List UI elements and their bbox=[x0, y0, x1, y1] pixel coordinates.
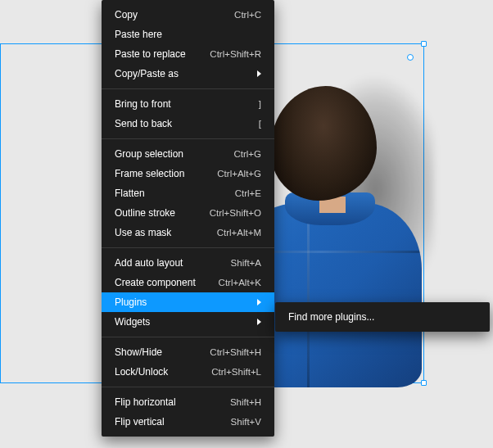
menu-item-shortcut: Ctrl+Alt+M bbox=[217, 228, 261, 238]
menu-item-shortcut: Ctrl+Shift+O bbox=[210, 208, 261, 218]
plugins-submenu: Find more plugins... bbox=[275, 302, 490, 332]
menu-item-label: Copy bbox=[115, 9, 138, 20]
menu-item-bring-to-front[interactable]: Bring to front] bbox=[102, 94, 274, 114]
menu-item-label: Paste to replace bbox=[115, 48, 186, 60]
menu-item-label: Add auto layout bbox=[115, 257, 183, 269]
context-menu: CopyCtrl+CPaste herePaste to replaceCtrl… bbox=[102, 0, 274, 437]
menu-item-label: Flip horizontal bbox=[115, 396, 176, 408]
menu-item-label: Group selection bbox=[115, 148, 183, 160]
resize-handle-bottom-right[interactable] bbox=[421, 380, 427, 386]
rotate-handle-top-right[interactable] bbox=[407, 54, 414, 61]
submenu-arrow-icon bbox=[257, 70, 261, 77]
menu-item-copy[interactable]: CopyCtrl+C bbox=[102, 5, 274, 25]
menu-item-shortcut: Ctrl+G bbox=[233, 149, 261, 159]
menu-item-label: Show/Hide bbox=[115, 346, 162, 358]
submenu-item-find-more-plugins[interactable]: Find more plugins... bbox=[275, 307, 490, 327]
submenu-arrow-icon bbox=[257, 299, 261, 305]
menu-item-label: Widgets bbox=[115, 316, 150, 328]
menu-item-paste-to-replace[interactable]: Paste to replaceCtrl+Shift+R bbox=[102, 44, 274, 64]
menu-item-shortcut: Shift+A bbox=[231, 258, 261, 268]
menu-item-shortcut: Ctrl+Shift+H bbox=[210, 347, 261, 357]
menu-item-label: Flip vertical bbox=[115, 416, 165, 428]
menu-item-show-hide[interactable]: Show/HideCtrl+Shift+H bbox=[102, 342, 274, 362]
menu-item-label: Bring to front bbox=[115, 98, 171, 110]
menu-item-widgets[interactable]: Widgets bbox=[102, 312, 274, 332]
menu-separator bbox=[102, 138, 274, 139]
menu-item-label: Plugins bbox=[115, 296, 147, 308]
menu-item-shortcut: Ctrl+E bbox=[235, 188, 261, 198]
menu-item-shortcut: Shift+H bbox=[230, 397, 261, 407]
menu-item-label: Outline stroke bbox=[115, 207, 175, 219]
menu-item-send-to-back[interactable]: Send to back[ bbox=[102, 114, 274, 133]
menu-item-shortcut: [ bbox=[259, 119, 261, 129]
menu-item-flip-vertical[interactable]: Flip verticalShift+V bbox=[102, 412, 274, 432]
menu-item-shortcut: Ctrl+Shift+L bbox=[211, 367, 261, 377]
menu-item-label: Copy/Paste as bbox=[115, 68, 179, 79]
menu-item-label: Use as mask bbox=[115, 227, 171, 238]
submenu-item-label: Find more plugins... bbox=[288, 311, 374, 323]
menu-item-shortcut: Ctrl+C bbox=[234, 10, 261, 20]
menu-item-lock-unlock[interactable]: Lock/UnlockCtrl+Shift+L bbox=[102, 362, 274, 382]
menu-separator bbox=[102, 337, 274, 337]
menu-item-use-as-mask[interactable]: Use as maskCtrl+Alt+M bbox=[102, 223, 274, 242]
menu-item-group-selection[interactable]: Group selectionCtrl+G bbox=[102, 144, 274, 164]
menu-item-paste-here[interactable]: Paste here bbox=[102, 25, 274, 44]
menu-item-shortcut: Ctrl+Alt+G bbox=[217, 169, 261, 179]
menu-item-label: Paste here bbox=[115, 29, 162, 40]
menu-item-shortcut: Shift+V bbox=[231, 417, 261, 427]
menu-item-plugins[interactable]: Plugins bbox=[102, 292, 274, 312]
menu-item-flip-horizontal[interactable]: Flip horizontalShift+H bbox=[102, 392, 274, 412]
menu-item-label: Frame selection bbox=[115, 168, 184, 179]
submenu-arrow-icon bbox=[257, 319, 261, 325]
menu-item-label: Send to back bbox=[115, 118, 172, 129]
menu-item-shortcut: Ctrl+Shift+R bbox=[210, 49, 261, 59]
menu-item-flatten[interactable]: FlattenCtrl+E bbox=[102, 183, 274, 203]
menu-item-label: Flatten bbox=[115, 188, 145, 199]
menu-item-label: Create component bbox=[115, 277, 196, 288]
menu-item-create-component[interactable]: Create componentCtrl+Alt+K bbox=[102, 273, 274, 292]
menu-item-shortcut: ] bbox=[259, 99, 261, 109]
menu-item-label: Lock/Unlock bbox=[115, 366, 168, 378]
menu-item-shortcut: Ctrl+Alt+K bbox=[219, 278, 261, 287]
menu-separator bbox=[102, 247, 274, 248]
design-canvas[interactable]: CopyCtrl+CPaste herePaste to replaceCtrl… bbox=[0, 0, 493, 448]
menu-item-copy-paste-as[interactable]: Copy/Paste as bbox=[102, 64, 274, 84]
menu-separator bbox=[102, 387, 274, 387]
menu-item-outline-stroke[interactable]: Outline strokeCtrl+Shift+O bbox=[102, 203, 274, 223]
menu-separator bbox=[102, 88, 274, 89]
resize-handle-top-right[interactable] bbox=[421, 41, 427, 47]
rotate-handle-bottom-right[interactable] bbox=[407, 366, 414, 373]
menu-item-frame-selection[interactable]: Frame selectionCtrl+Alt+G bbox=[102, 164, 274, 183]
menu-item-add-auto-layout[interactable]: Add auto layoutShift+A bbox=[102, 253, 274, 273]
